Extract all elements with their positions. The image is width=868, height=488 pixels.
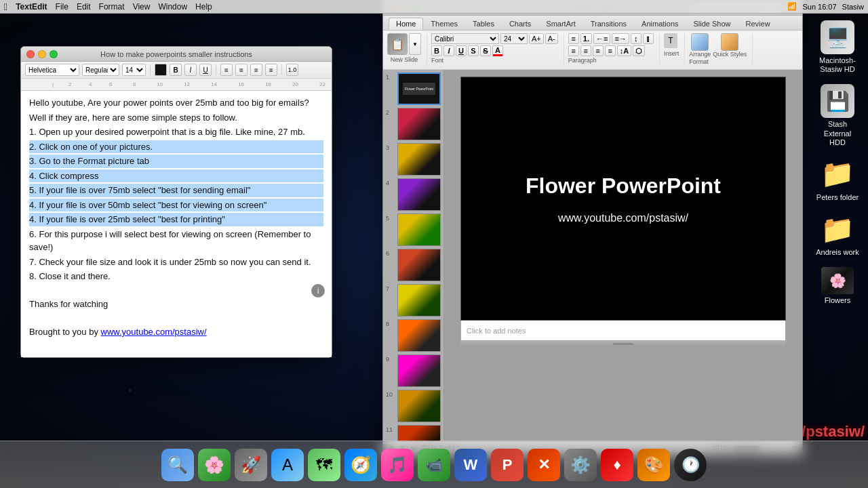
app-name[interactable]: TextEdit bbox=[16, 2, 47, 12]
dock-maps[interactable]: 🗺 bbox=[308, 449, 340, 481]
ppt-increase-size-btn[interactable]: A+ bbox=[529, 33, 544, 44]
font-selector[interactable]: Helvetica bbox=[25, 64, 79, 76]
dock-facetime[interactable]: 📹 bbox=[418, 449, 450, 481]
slide-item-6[interactable]: 6 bbox=[386, 249, 441, 281]
align-left-btn[interactable]: ≡ bbox=[220, 64, 233, 76]
format-menu[interactable]: Format bbox=[99, 2, 125, 12]
slide-item-8[interactable]: 8 bbox=[386, 319, 441, 352]
main-slide[interactable]: Flower PowerPoint www.youtube.com/pstasi… bbox=[460, 77, 786, 321]
ppt-size-selector[interactable]: 24 bbox=[500, 33, 528, 44]
align-center-ppt[interactable]: ≡ bbox=[580, 45, 591, 56]
tab-charts[interactable]: Charts bbox=[502, 18, 538, 30]
dock-xcode[interactable]: ✕ bbox=[528, 449, 560, 481]
tab-slideshow[interactable]: Slide Show bbox=[686, 18, 738, 30]
apple-menu[interactable]:  bbox=[4, 1, 7, 12]
ppt-decrease-size-btn[interactable]: A- bbox=[545, 33, 558, 44]
notes-resize-handle[interactable] bbox=[460, 341, 786, 346]
justify-btn[interactable]: ≡ bbox=[265, 64, 277, 76]
dock-finder[interactable]: 🔍 bbox=[161, 449, 194, 481]
website-link[interactable]: www.youtube.com/pstasiw/ bbox=[101, 327, 207, 337]
underline-btn[interactable]: U bbox=[199, 64, 212, 76]
ppt-strikethrough-btn[interactable]: S bbox=[480, 45, 491, 56]
tab-review[interactable]: Review bbox=[738, 18, 778, 30]
slide-item-5[interactable]: 5 bbox=[386, 214, 441, 246]
dock-word[interactable]: W bbox=[454, 449, 487, 481]
icon-macintosh-hd[interactable]: 🖥️ Macintosh-Stasiw HD bbox=[814, 20, 861, 74]
dock-itunes[interactable]: 🎵 bbox=[381, 449, 414, 481]
increase-indent-btn[interactable]: ≡→ bbox=[612, 33, 629, 44]
icon-flowers-pptx[interactable]: 🌸 Flowers bbox=[814, 267, 861, 305]
quick-styles-btn[interactable]: Quick Styles bbox=[713, 33, 747, 58]
style-selector[interactable]: Regular bbox=[82, 64, 119, 76]
justify-ppt[interactable]: ≡ bbox=[605, 45, 616, 56]
slide-num-2: 2 bbox=[386, 108, 395, 116]
align-left-ppt[interactable]: ≡ bbox=[568, 45, 579, 56]
icon-andreis-work[interactable]: 📁 Andreis work bbox=[814, 212, 861, 257]
minimize-button[interactable] bbox=[38, 50, 46, 58]
ppt-shadow-btn[interactable]: S bbox=[468, 45, 479, 56]
tab-tables[interactable]: Tables bbox=[465, 18, 502, 30]
slide-item-4[interactable]: 4 bbox=[386, 178, 441, 211]
icon-stash-hd[interactable]: 💾 Stash ExternalHDD bbox=[814, 84, 861, 147]
color-btn[interactable] bbox=[155, 64, 167, 76]
slide-thumb-3 bbox=[397, 143, 441, 176]
decrease-indent-btn[interactable]: ←≡ bbox=[593, 33, 610, 44]
tab-home[interactable]: Home bbox=[389, 18, 423, 30]
align-right-btn[interactable]: ≡ bbox=[250, 64, 262, 76]
tab-animations[interactable]: Animations bbox=[634, 18, 686, 30]
dock-safari[interactable]: 🧭 bbox=[344, 449, 377, 481]
dock-powerpoint[interactable]: P bbox=[491, 449, 524, 481]
maximize-button[interactable] bbox=[50, 50, 58, 58]
close-button[interactable] bbox=[26, 50, 35, 58]
slide-item-3[interactable]: 3 bbox=[386, 143, 441, 176]
edit-menu[interactable]: Edit bbox=[77, 2, 91, 12]
bullets-btn[interactable]: ≡ bbox=[568, 33, 579, 44]
italic-btn[interactable]: I bbox=[184, 64, 197, 76]
tab-themes[interactable]: Themes bbox=[423, 18, 465, 30]
dock-ruby[interactable]: ♦ bbox=[601, 449, 633, 481]
help-menu[interactable]: Help bbox=[195, 2, 212, 12]
smart-art-convert-btn[interactable]: ⬡ bbox=[633, 45, 645, 56]
align-right-ppt[interactable]: ≡ bbox=[593, 45, 604, 56]
columns-btn[interactable]: ⫿ bbox=[643, 33, 654, 44]
align-center-btn[interactable]: ≡ bbox=[235, 64, 248, 76]
ppt-underline-btn[interactable]: U bbox=[456, 45, 467, 56]
line-spacing-btn[interactable]: ↕ bbox=[631, 33, 642, 44]
file-menu[interactable]: File bbox=[56, 2, 68, 12]
ppt-bold-btn[interactable]: B bbox=[431, 45, 442, 56]
numbers-btn[interactable]: 1. bbox=[580, 33, 592, 44]
tab-transitions[interactable]: Transitions bbox=[583, 18, 634, 30]
ppt-italic-btn[interactable]: I bbox=[443, 45, 454, 56]
slide-item-10[interactable]: 10 bbox=[386, 390, 441, 422]
spacing-btn[interactable]: 1.0 bbox=[286, 64, 298, 76]
textedit-content[interactable]: Hello youtube, Are your power points ove… bbox=[21, 91, 332, 357]
bold-btn[interactable]: B bbox=[170, 64, 182, 76]
andreis-glyph: 📁 bbox=[821, 214, 854, 245]
size-selector[interactable]: 14 bbox=[122, 64, 146, 76]
icon-peters-folder[interactable]: 📁 Peters folder bbox=[814, 157, 861, 202]
window-menu[interactable]: Window bbox=[158, 2, 187, 12]
slide-thumb-9 bbox=[397, 354, 441, 387]
dock-systemprefs[interactable]: ⚙️ bbox=[564, 449, 597, 481]
dock-launchpad[interactable]: 🚀 bbox=[235, 449, 267, 481]
insert-text-btn[interactable]: T bbox=[664, 33, 677, 48]
tab-smartart[interactable]: SmartArt bbox=[538, 18, 583, 30]
dock-clock[interactable]: 🕐 bbox=[674, 449, 707, 481]
arrange-btn[interactable]: Arrange bbox=[689, 33, 711, 58]
text-direction-btn[interactable]: ↕A bbox=[617, 45, 631, 56]
slide-item-9[interactable]: 9 bbox=[386, 354, 441, 387]
slide-item-7[interactable]: 7 bbox=[386, 284, 441, 317]
view-menu[interactable]: View bbox=[133, 2, 151, 12]
info-icon[interactable]: i bbox=[311, 284, 325, 298]
slide-item-11[interactable]: 11 bbox=[386, 425, 441, 441]
itunes-icon: 🎵 bbox=[387, 455, 408, 474]
notes-area[interactable]: Click to add notes bbox=[460, 321, 786, 341]
new-slide-dropdown[interactable]: ▼ bbox=[409, 33, 421, 55]
dock-photos[interactable]: 🌸 bbox=[198, 449, 231, 481]
dock-appstore[interactable]: A bbox=[271, 449, 304, 481]
ppt-fontcolor-btn[interactable]: A bbox=[492, 45, 503, 56]
dock-colorpicker[interactable]: 🎨 bbox=[637, 449, 670, 481]
slide-item-1[interactable]: 1 Flower PowerPoint bbox=[386, 73, 441, 105]
slide-item-2[interactable]: 2 bbox=[386, 108, 441, 140]
ppt-font-selector[interactable]: Calibri bbox=[431, 33, 499, 44]
